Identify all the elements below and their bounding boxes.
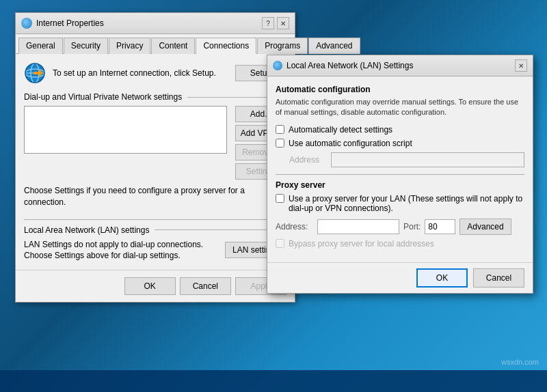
lan-row: LAN Settings do not apply to dial-up con… xyxy=(24,239,286,262)
titlebar-controls: ? ✕ xyxy=(262,17,289,29)
script-address-input[interactable] xyxy=(331,152,524,167)
lan-section-header: Local Area Network (LAN) settings xyxy=(24,225,286,235)
use-proxy-checkbox[interactable] xyxy=(276,194,284,203)
tab-programs[interactable]: Programs xyxy=(257,38,308,54)
ok-button[interactable]: OK xyxy=(124,277,176,295)
lan-cancel-button[interactable]: Cancel xyxy=(473,268,524,288)
proxy-address-row: Address: Port: Advanced xyxy=(276,219,524,235)
address-label: Address xyxy=(289,155,327,165)
watermark: wsxdn.com xyxy=(501,358,539,366)
lan-dialog-footer: OK Cancel xyxy=(267,262,533,293)
vpn-row: Add... Add VPN... Remove... Settings xyxy=(24,106,286,180)
lan-dialog-title: Local Area Network (LAN) Settings xyxy=(286,61,413,70)
auto-detect-checkbox[interactable] xyxy=(276,125,284,134)
port-input[interactable] xyxy=(425,219,455,234)
lan-ok-button[interactable]: OK xyxy=(416,268,468,288)
script-address-row: Address xyxy=(289,152,524,167)
port-label: Port: xyxy=(403,222,421,232)
tab-general[interactable]: General xyxy=(18,38,63,54)
tab-security[interactable]: Security xyxy=(64,38,108,54)
lan-dialog-icon xyxy=(273,61,282,70)
lan-settings-dialog: Local Area Network (LAN) Settings ✕ Auto… xyxy=(267,55,533,294)
tab-connections[interactable]: Connections xyxy=(196,38,256,54)
internet-properties-dialog: Internet Properties ? ✕ General Security… xyxy=(15,12,295,303)
proxy-checkbox-label: Use a proxy server for your LAN (These s… xyxy=(289,194,524,213)
lan-close-button[interactable]: ✕ xyxy=(515,59,527,72)
lan-description: LAN Settings do not apply to dial-up con… xyxy=(24,239,219,262)
dialup-section-header: Dial-up and Virtual Private Network sett… xyxy=(24,92,286,102)
help-button[interactable]: ? xyxy=(262,17,274,29)
setup-section: To set up an Internet connection, click … xyxy=(24,62,286,84)
titlebar: Internet Properties ? ✕ xyxy=(16,13,295,34)
auto-script-checkbox[interactable] xyxy=(276,139,284,148)
bypass-row: Bypass proxy server for local addresses xyxy=(276,239,524,249)
cancel-button[interactable]: Cancel xyxy=(180,277,231,295)
titlebar-left: Internet Properties xyxy=(21,18,104,29)
vpn-list xyxy=(24,106,227,154)
lan-titlebar: Local Area Network (LAN) Settings ✕ xyxy=(267,55,533,76)
proxy-addr-label: Address: xyxy=(276,222,313,232)
bypass-label: Bypass proxy server for local addresses xyxy=(289,239,434,249)
auto-config-desc: Automatic configuration may override man… xyxy=(276,97,524,118)
dialog-footer: OK Cancel Apply xyxy=(16,270,295,302)
choose-text: Choose Settings if you need to configure… xyxy=(24,185,286,208)
lan-dialog-content: Automatic configuration Automatic config… xyxy=(267,76,533,262)
tab-advanced[interactable]: Advanced xyxy=(308,38,360,54)
proxy-checkbox-row: Use a proxy server for your LAN (These s… xyxy=(276,194,524,213)
auto-config-title: Automatic configuration xyxy=(276,85,524,94)
auto-script-row: Use automatic configuration script xyxy=(276,139,524,148)
auto-script-label: Use automatic configuration script xyxy=(289,139,412,148)
close-button[interactable]: ✕ xyxy=(277,17,289,29)
auto-detect-label: Automatically detect settings xyxy=(289,125,392,135)
taskbar xyxy=(0,370,547,392)
ie-icon xyxy=(21,18,32,29)
lan-section: Local Area Network (LAN) settings LAN Se… xyxy=(24,219,286,262)
dialog-content: To set up an Internet connection, click … xyxy=(16,54,295,270)
setup-text: To set up an Internet connection, click … xyxy=(53,68,228,79)
advanced-proxy-button[interactable]: Advanced xyxy=(459,219,511,235)
tab-content[interactable]: Content xyxy=(151,38,195,54)
tab-privacy[interactable]: Privacy xyxy=(109,38,150,54)
tabs-bar: General Security Privacy Content Connect… xyxy=(16,34,295,54)
separator xyxy=(276,174,524,175)
lan-titlebar-left: Local Area Network (LAN) Settings xyxy=(273,61,413,70)
proxy-address-input[interactable] xyxy=(317,219,399,234)
setup-icon xyxy=(24,62,46,84)
bypass-proxy-checkbox[interactable] xyxy=(276,239,284,248)
dialog-title: Internet Properties xyxy=(36,18,104,28)
proxy-section-title: Proxy server xyxy=(276,180,524,190)
auto-detect-row: Automatically detect settings xyxy=(276,125,524,135)
